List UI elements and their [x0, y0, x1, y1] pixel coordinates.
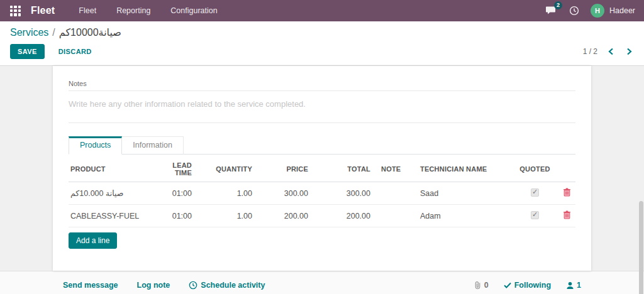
chatter-bar: Send message Log note Schedule activity … — [0, 271, 644, 294]
quoted-checkbox[interactable] — [531, 188, 539, 197]
paperclip-icon — [474, 281, 482, 290]
cell-total[interactable]: 200.00 — [310, 205, 372, 227]
col-total[interactable]: TOTAL — [310, 155, 372, 182]
cell-lead-time[interactable]: 01:00 — [163, 182, 194, 205]
page-title: صيانة10000كم — [59, 26, 121, 38]
table-header-row: PRODUCT LEAD TIME QUANTITY PRICE TOTAL N… — [69, 155, 575, 182]
clock-icon — [189, 281, 197, 290]
cell-note[interactable] — [372, 182, 418, 205]
save-button[interactable]: SAVE — [10, 44, 45, 59]
col-product[interactable]: PRODUCT — [69, 155, 163, 182]
check-icon — [504, 282, 511, 288]
user-avatar: H — [591, 4, 604, 18]
log-note-button[interactable]: Log note — [137, 281, 170, 290]
cell-quantity[interactable]: 1.00 — [194, 205, 254, 227]
form-view: Notes Write here any other information r… — [0, 66, 644, 271]
quoted-checkbox[interactable] — [531, 211, 539, 219]
col-quantity[interactable]: QUANTITY — [194, 155, 254, 182]
delete-row-button[interactable] — [563, 188, 571, 197]
add-a-line-button[interactable]: Add a line — [69, 232, 117, 249]
activities-icon[interactable] — [569, 6, 579, 16]
menu-fleet[interactable]: Fleet — [71, 0, 104, 21]
cell-note[interactable] — [372, 205, 418, 227]
table-row[interactable]: صيانة 10.000كم 01:00 1.00 300.00 300.00 … — [69, 182, 575, 205]
products-table: PRODUCT LEAD TIME QUANTITY PRICE TOTAL N… — [69, 155, 575, 227]
notes-section-label: Notes — [69, 80, 87, 87]
control-panel: Services / صيانة10000كم SAVE DISCARD 1 /… — [0, 21, 644, 66]
notebook-tabs: Products Information — [69, 136, 575, 155]
col-price[interactable]: PRICE — [254, 155, 310, 182]
send-message-button[interactable]: Send message — [63, 281, 118, 290]
messages-badge: 2 — [554, 1, 562, 9]
breadcrumb-separator: / — [52, 27, 55, 38]
col-technician-name[interactable]: TECHNICIAN NAME — [418, 155, 511, 182]
form-sheet: Notes Write here any other information r… — [53, 66, 591, 271]
person-icon — [566, 281, 574, 290]
breadcrumb: Services / صيانة10000كم — [10, 26, 634, 38]
user-menu[interactable]: H Hadeer — [591, 4, 635, 18]
menu-configuration[interactable]: Configuration — [163, 0, 225, 21]
cell-price[interactable]: 300.00 — [254, 182, 310, 205]
trash-icon — [563, 188, 571, 197]
col-lead-time[interactable]: LEAD TIME — [163, 155, 194, 182]
attachments-button[interactable]: 0 — [474, 281, 489, 290]
follower-count: 1 — [577, 281, 581, 290]
col-note[interactable]: NOTE — [372, 155, 418, 182]
top-menu: Fleet Reporting Configuration — [71, 0, 225, 21]
messages-icon[interactable]: 2 — [545, 5, 558, 16]
vertical-scrollbar[interactable] — [639, 201, 643, 294]
pager-next-button[interactable] — [625, 46, 634, 57]
menu-reporting[interactable]: Reporting — [109, 0, 158, 21]
pager-previous-button[interactable] — [606, 46, 616, 57]
schedule-activity-button[interactable]: Schedule activity — [189, 281, 265, 290]
followers-button[interactable]: 1 — [566, 281, 581, 290]
pager-value: 1 / 2 — [583, 47, 597, 56]
user-name: Hadeer — [609, 6, 635, 15]
tab-information[interactable]: Information — [122, 136, 184, 155]
cell-price[interactable]: 200.00 — [254, 205, 310, 227]
tab-products[interactable]: Products — [69, 136, 122, 155]
cell-lead-time[interactable]: 01:00 — [163, 205, 194, 227]
discard-button[interactable]: DISCARD — [53, 45, 97, 58]
col-actions — [558, 155, 575, 182]
cell-quantity[interactable]: 1.00 — [194, 182, 254, 205]
following-button[interactable]: Following — [504, 281, 551, 290]
cell-technician[interactable]: Adam — [418, 205, 511, 227]
apps-menu-icon[interactable] — [10, 6, 21, 16]
app-brand[interactable]: Fleet — [31, 5, 55, 16]
delete-row-button[interactable] — [563, 210, 571, 219]
table-row[interactable]: CABLEASSY-FUEL 01:00 1.00 200.00 200.00 … — [69, 205, 575, 227]
top-navbar: Fleet Fleet Reporting Configuration 2 H … — [0, 0, 644, 21]
cell-total[interactable]: 300.00 — [310, 182, 372, 205]
cell-product[interactable]: صيانة 10.000كم — [70, 189, 123, 198]
attachment-count: 0 — [484, 281, 489, 290]
cell-technician[interactable]: Saad — [418, 182, 511, 205]
pager: 1 / 2 — [583, 46, 634, 57]
breadcrumb-services-link[interactable]: Services — [10, 27, 48, 38]
col-quoted[interactable]: QUOTED — [511, 155, 558, 182]
notes-input[interactable]: Write here any other information related… — [69, 91, 575, 123]
cell-product[interactable]: CABLEASSY-FUEL — [70, 212, 139, 220]
trash-icon — [563, 210, 571, 219]
